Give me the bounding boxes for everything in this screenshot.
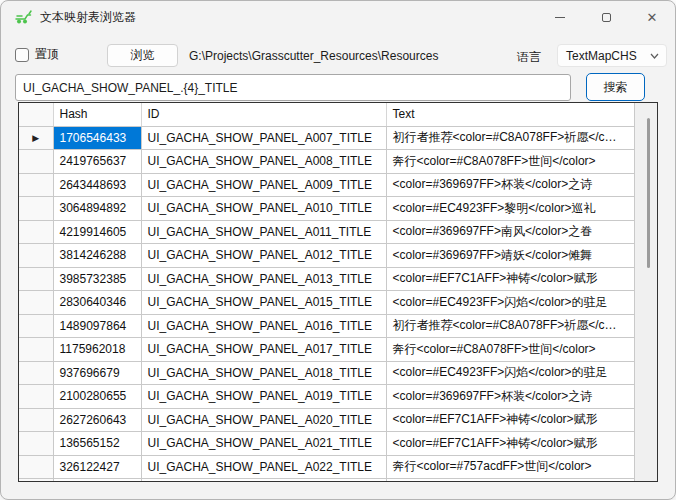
cell-hash[interactable]: 2627260643 — [53, 408, 141, 432]
cell-hash[interactable]: 1175962018 — [53, 338, 141, 362]
search-input[interactable] — [15, 74, 571, 101]
cell-id[interactable]: UI_GACHA_SHOW_PANEL_A012_TITLE — [141, 244, 386, 268]
cell-id[interactable]: UI_GACHA_SHOW_PANEL_A009_TITLE — [141, 173, 386, 197]
cell-text[interactable]: 奔行<color=#757acdFF>世间</color> — [386, 455, 634, 479]
pin-on-top-label: 置顶 — [35, 46, 59, 63]
row-selector[interactable] — [19, 220, 53, 244]
cell-hash[interactable]: 1489097864 — [53, 314, 141, 338]
cell-hash[interactable]: 3985732385 — [53, 267, 141, 291]
cell-text[interactable]: 初行者推荐<color=#C8A078FF>祈愿</c… — [386, 126, 634, 150]
row-selector[interactable] — [19, 150, 53, 174]
table-row[interactable]: 3985732385UI_GACHA_SHOW_PANEL_A013_TITLE… — [19, 267, 634, 291]
row-selector[interactable] — [19, 455, 53, 479]
cell-text[interactable]: 初行者推荐<color=#C8A078FF>祈愿</c… — [386, 314, 634, 338]
row-selector[interactable]: ▶ — [19, 126, 53, 150]
table-row[interactable]: 3814246288UI_GACHA_SHOW_PANEL_A012_TITLE… — [19, 244, 634, 268]
cell-hash[interactable]: 2100280655 — [53, 385, 141, 409]
table-row[interactable]: 4219914605UI_GACHA_SHOW_PANEL_A011_TITLE… — [19, 220, 634, 244]
vertical-scrollbar-thumb[interactable] — [647, 118, 650, 268]
row-selector[interactable] — [19, 314, 53, 338]
table-row[interactable]: 3064894892UI_GACHA_SHOW_PANEL_A010_TITLE… — [19, 197, 634, 221]
cell-id[interactable]: UI_GACHA_SHOW_PANEL_A021_TITLE — [141, 432, 386, 456]
cell-text[interactable]: <color=#369697FF>南风</color>之眷 — [386, 220, 634, 244]
textmap-table: Hash ID Text ▶1706546433UI_GACHA_SHOW_PA… — [18, 102, 658, 482]
pin-on-top-option[interactable]: 置顶 — [15, 46, 59, 63]
column-header-text[interactable]: Text — [386, 103, 634, 126]
cell-id[interactable]: UI_GACHA_SHOW_PANEL_A020_TITLE — [141, 408, 386, 432]
cell-id[interactable]: UI_GACHA_SHOW_PANEL_A007_TITLE — [141, 126, 386, 150]
window-title: 文本映射表浏览器 — [40, 9, 136, 26]
row-selector[interactable] — [19, 267, 53, 291]
table-row[interactable]: 2100280655UI_GACHA_SHOW_PANEL_A019_TITLE… — [19, 385, 634, 409]
table-row[interactable]: 326122427UI_GACHA_SHOW_PANEL_A022_TITLE奔… — [19, 455, 634, 479]
cell-id[interactable]: UI_GACHA_SHOW_PANEL_A015_TITLE — [141, 291, 386, 315]
cell-hash[interactable]: 1706546433 — [53, 126, 141, 150]
cell-id[interactable]: UI_GACHA_SHOW_PANEL_A013_TITLE — [141, 267, 386, 291]
cell-text[interactable]: 奔行<color=#C8A078FF>世间</color> — [386, 150, 634, 174]
cell-text[interactable]: <color=#EF7C1AFF>神铸</color>赋形 — [386, 267, 634, 291]
cell-hash[interactable]: 937696679 — [53, 361, 141, 385]
cell-text[interactable]: <color=#EC4923FF>闪焰</color>的驻足 — [386, 291, 634, 315]
cell-text[interactable]: <color=#EF7C1AFF>神铸</color>赋形 — [386, 408, 634, 432]
cell-hash[interactable]: 2830640346 — [53, 291, 141, 315]
table-row[interactable]: 1175962018UI_GACHA_SHOW_PANEL_A017_TITLE… — [19, 338, 634, 362]
cell-text[interactable]: <color=#369697FF>杯装</color>之诗 — [386, 385, 634, 409]
table-row[interactable]: 初行者推荐<color=#C8A078FF>祈愿</c… — [19, 479, 634, 482]
browse-button[interactable]: 浏览 — [107, 44, 178, 67]
cell-hash[interactable]: 3064894892 — [53, 197, 141, 221]
row-selector[interactable] — [19, 291, 53, 315]
cell-hash[interactable]: 3814246288 — [53, 244, 141, 268]
cell-hash[interactable]: 2643448693 — [53, 173, 141, 197]
row-selector[interactable] — [19, 361, 53, 385]
table-row[interactable]: 2627260643UI_GACHA_SHOW_PANEL_A020_TITLE… — [19, 408, 634, 432]
cell-id[interactable]: UI_GACHA_SHOW_PANEL_A022_TITLE — [141, 455, 386, 479]
cell-text[interactable]: 奔行<color=#C8A078FF>世间</color> — [386, 338, 634, 362]
row-selector[interactable] — [19, 197, 53, 221]
cell-text[interactable]: 初行者推荐<color=#C8A078FF>祈愿</c… — [386, 479, 634, 482]
column-header-id[interactable]: ID — [141, 103, 386, 126]
cell-hash[interactable]: 2419765637 — [53, 150, 141, 174]
cell-id[interactable] — [141, 479, 386, 482]
cell-text[interactable]: <color=#369697FF>杯装</color>之诗 — [386, 173, 634, 197]
cell-hash[interactable]: 136565152 — [53, 432, 141, 456]
row-selector[interactable] — [19, 432, 53, 456]
vertical-scrollbar[interactable] — [634, 103, 657, 481]
cell-hash[interactable] — [53, 479, 141, 482]
title-bar[interactable]: 文本映射表浏览器 ✕ — [1, 1, 675, 33]
maximize-button[interactable] — [583, 1, 629, 33]
cell-text[interactable]: <color=#EC4923FF>闪焰</color>的驻足 — [386, 361, 634, 385]
cell-id[interactable]: UI_GACHA_SHOW_PANEL_A008_TITLE — [141, 150, 386, 174]
row-selector[interactable] — [19, 408, 53, 432]
table-row[interactable]: ▶1706546433UI_GACHA_SHOW_PANEL_A007_TITL… — [19, 126, 634, 150]
table-row[interactable]: 937696679UI_GACHA_SHOW_PANEL_A018_TITLE<… — [19, 361, 634, 385]
table-row[interactable]: 1489097864UI_GACHA_SHOW_PANEL_A016_TITLE… — [19, 314, 634, 338]
row-selector[interactable] — [19, 173, 53, 197]
language-select[interactable]: TextMapCHS — [557, 44, 667, 67]
table-row[interactable]: 136565152UI_GACHA_SHOW_PANEL_A021_TITLE<… — [19, 432, 634, 456]
cell-id[interactable]: UI_GACHA_SHOW_PANEL_A019_TITLE — [141, 385, 386, 409]
row-selector[interactable] — [19, 338, 53, 362]
cell-hash[interactable]: 326122427 — [53, 455, 141, 479]
table-row[interactable]: 2419765637UI_GACHA_SHOW_PANEL_A008_TITLE… — [19, 150, 634, 174]
cell-text[interactable]: <color=#EC4923FF>黎明</color>巡礼 — [386, 197, 634, 221]
cell-text[interactable]: <color=#EF7C1AFF>神铸</color>赋形 — [386, 432, 634, 456]
cell-id[interactable]: UI_GACHA_SHOW_PANEL_A018_TITLE — [141, 361, 386, 385]
pin-on-top-checkbox[interactable] — [15, 48, 29, 62]
cell-text[interactable]: <color=#369697FF>靖妖</color>傩舞 — [386, 244, 634, 268]
search-button[interactable]: 搜索 — [586, 73, 645, 101]
cell-id[interactable]: UI_GACHA_SHOW_PANEL_A011_TITLE — [141, 220, 386, 244]
row-selector[interactable] — [19, 385, 53, 409]
row-selector[interactable] — [19, 244, 53, 268]
row-selector[interactable] — [19, 479, 53, 482]
minimize-icon — [555, 17, 565, 18]
cell-id[interactable]: UI_GACHA_SHOW_PANEL_A010_TITLE — [141, 197, 386, 221]
cell-hash[interactable]: 4219914605 — [53, 220, 141, 244]
column-header-hash[interactable]: Hash — [53, 103, 141, 126]
minimize-button[interactable] — [537, 1, 583, 33]
close-button[interactable]: ✕ — [629, 1, 675, 33]
close-icon: ✕ — [647, 11, 658, 24]
table-row[interactable]: 2643448693UI_GACHA_SHOW_PANEL_A009_TITLE… — [19, 173, 634, 197]
cell-id[interactable]: UI_GACHA_SHOW_PANEL_A017_TITLE — [141, 338, 386, 362]
cell-id[interactable]: UI_GACHA_SHOW_PANEL_A016_TITLE — [141, 314, 386, 338]
table-row[interactable]: 2830640346UI_GACHA_SHOW_PANEL_A015_TITLE… — [19, 291, 634, 315]
